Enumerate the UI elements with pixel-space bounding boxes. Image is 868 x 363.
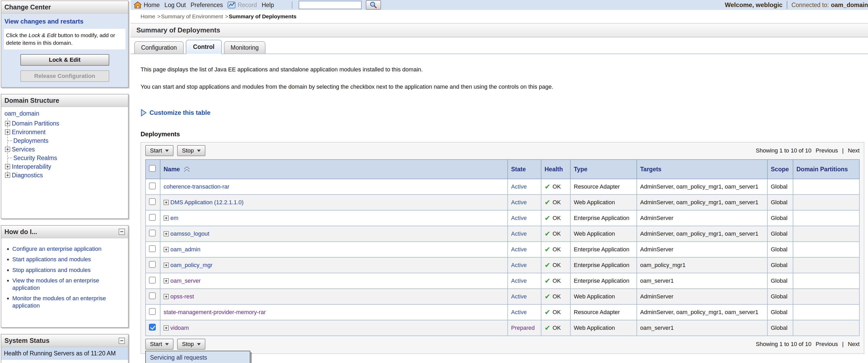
tree-link-deployments[interactable]: Deployments: [13, 137, 48, 144]
lock-edit-button[interactable]: Lock & Edit: [20, 54, 109, 66]
expand-plus-icon[interactable]: +: [163, 247, 169, 252]
expand-plus-icon[interactable]: +: [163, 325, 169, 331]
deployment-name: +oam_admin: [163, 246, 504, 253]
search-button[interactable]: [366, 0, 381, 10]
search-input[interactable]: [299, 1, 362, 9]
tab-configuration[interactable]: Configuration: [134, 41, 184, 54]
deployment-link-oamsso-logout[interactable]: oamsso_logout: [170, 230, 209, 237]
customize-this-table-link[interactable]: Customize this table: [150, 109, 210, 116]
record-link: Record: [238, 2, 257, 9]
health-label: OK: [553, 246, 561, 253]
column-header-health: Health: [541, 160, 570, 179]
tree-link-services[interactable]: Services: [12, 146, 35, 153]
state-cell: Active: [508, 273, 541, 289]
row-checkbox[interactable]: [149, 214, 156, 221]
how-do-i-link-configure-an-enterprise-application[interactable]: Configure an enterprise application: [12, 246, 101, 252]
tree-link-domain-partitions[interactable]: Domain Partitions: [12, 120, 59, 127]
table-controls-top: Start Stop Showing 1 to 10 of 10 Previou…: [141, 142, 864, 159]
expand-plus-icon[interactable]: +: [163, 278, 169, 283]
tree-root-oam-domain[interactable]: oam_domain: [4, 110, 39, 117]
tree-item-security-realms: Security Realms: [3, 154, 126, 162]
how-do-i-link-view-the-modules-of-an-enterprise-application[interactable]: View the modules of an enterprise applic…: [12, 277, 99, 291]
scope-cell: Global: [767, 179, 793, 195]
expand-plus-icon[interactable]: +: [163, 216, 169, 221]
chevron-down-icon: [165, 149, 169, 152]
tree-item-deployments: Deployments: [3, 137, 126, 145]
deployment-link-state-management-provider-memory-rar[interactable]: state-management-provider-memory-rar: [163, 309, 266, 316]
name-cell: +em: [160, 210, 508, 226]
expand-plus-icon[interactable]: +: [163, 231, 169, 236]
tree-link-environment[interactable]: Environment: [12, 129, 45, 136]
how-do-i-link-monitor-the-modules-of-an-enterprise-application[interactable]: Monitor the modules of an enterprise app…: [12, 295, 106, 309]
tree-link-diagnostics[interactable]: Diagnostics: [12, 172, 43, 179]
deployment-link-coherence-transaction-rar[interactable]: coherence-transaction-rar: [163, 183, 229, 190]
collapse-icon[interactable]: −: [119, 229, 125, 235]
expand-plus-icon[interactable]: +: [163, 200, 169, 205]
action-buttons: Start Stop: [145, 145, 205, 156]
paging-info: Showing 1 to 10 of 10 Previous | Next: [756, 341, 860, 347]
type-cell: Enterprise Application: [570, 242, 637, 257]
expand-plus-icon[interactable]: +: [163, 262, 169, 268]
health-cell: ✔OK: [541, 195, 570, 210]
row-checkbox[interactable]: [149, 198, 156, 205]
row-checkbox[interactable]: [149, 292, 156, 299]
row-checkbox[interactable]: [149, 245, 156, 252]
expand-plus-icon[interactable]: +: [5, 164, 10, 169]
sort-ascending-icon[interactable]: [183, 166, 190, 172]
row-checkbox[interactable]: [149, 277, 156, 283]
table-controls-bottom: Start Stop Showing 1 to 10 of 10 Previou…: [141, 336, 864, 352]
collapse-icon[interactable]: −: [119, 338, 125, 344]
state-value: Active: [511, 262, 527, 268]
select-all-checkbox[interactable]: [149, 165, 156, 172]
type-cell: Resource Adapter: [570, 304, 637, 320]
deployment-link-oam-server[interactable]: oam_server: [170, 278, 201, 284]
tree-link-interoperability[interactable]: Interoperability: [12, 163, 51, 170]
row-checkbox[interactable]: [149, 183, 156, 189]
breadcrumb-home[interactable]: Home: [141, 13, 155, 19]
health-label: OK: [553, 278, 561, 284]
tab-control[interactable]: Control: [186, 40, 222, 54]
row-checkbox[interactable]: [149, 261, 156, 268]
expand-plus-icon[interactable]: +: [5, 130, 10, 135]
row-checkbox[interactable]: [149, 230, 156, 236]
expand-plus-icon[interactable]: +: [5, 121, 10, 126]
deployments-table-box: Start Stop Showing 1 to 10 of 10 Previou…: [141, 142, 864, 354]
row-checkbox[interactable]: [149, 324, 156, 331]
row-checkbox[interactable]: [149, 308, 156, 315]
type-cell: Enterprise Application: [570, 273, 637, 289]
preferences-link[interactable]: Preferences: [190, 2, 223, 9]
expand-plus-icon[interactable]: +: [5, 173, 10, 178]
state-cell: Prepared: [508, 320, 541, 336]
deployment-link-oam-admin[interactable]: oam_admin: [170, 246, 200, 253]
stop-button[interactable]: Stop: [177, 145, 205, 156]
expand-plus-icon[interactable]: +: [163, 294, 169, 299]
start-button[interactable]: Start: [145, 145, 174, 156]
deployment-link-opss-rest[interactable]: opss-rest: [170, 293, 194, 300]
menu-item-servicing-all-requests[interactable]: Servicing all requests: [146, 351, 250, 363]
start-button[interactable]: Start: [145, 339, 174, 350]
deployment-link-em[interactable]: em: [170, 215, 179, 222]
how-do-i-link-stop-applications-and-modules[interactable]: Stop applications and modules: [12, 267, 91, 273]
how-do-i-link-start-applications-and-modules[interactable]: Start applications and modules: [12, 256, 91, 262]
help-link[interactable]: Help: [261, 2, 274, 9]
tree-link-security-realms[interactable]: Security Realms: [13, 155, 57, 162]
home-icon[interactable]: [134, 1, 142, 9]
logout-link[interactable]: Log Out: [164, 2, 186, 9]
column-label: Name: [163, 166, 180, 173]
deployment-link-dms-application-12-2-1-1-0[interactable]: DMS Application (12.2.1.1.0): [170, 199, 244, 206]
expand-plus-icon[interactable]: +: [5, 147, 10, 152]
release-configuration-button: Release Configuration: [20, 71, 109, 82]
scope-cell: Global: [767, 195, 793, 210]
health-cell: ✔OK: [541, 257, 570, 273]
column-header-name[interactable]: Name: [160, 160, 508, 179]
breadcrumb-summary-environment[interactable]: Summary of Environment: [161, 13, 223, 19]
view-changes-restarts-link[interactable]: View changes and restarts: [4, 18, 125, 25]
tab-monitoring[interactable]: Monitoring: [224, 41, 266, 54]
deployment-link-vidoam[interactable]: vidoam: [170, 325, 189, 331]
deployment-link-oam-policy-mgr[interactable]: oam_policy_mgr: [170, 262, 212, 269]
tree-item-environment: +Environment: [3, 128, 126, 137]
stop-button[interactable]: Stop: [177, 339, 205, 350]
health-cell: ✔OK: [541, 210, 570, 226]
home-link[interactable]: Home: [144, 2, 160, 9]
chevron-down-icon: [197, 343, 201, 345]
